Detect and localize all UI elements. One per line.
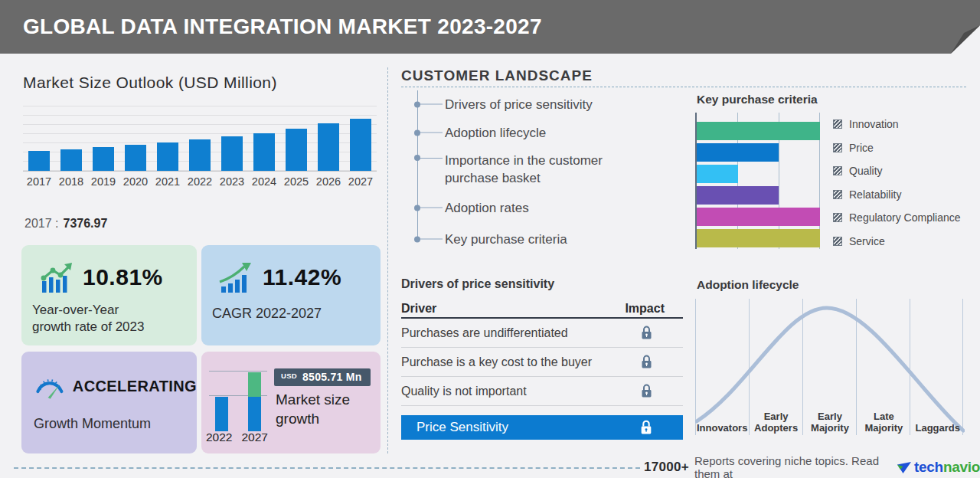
legend-item: Quality [833, 159, 961, 183]
lock-icon [640, 420, 652, 435]
market-size-bar-column [87, 106, 119, 171]
connector [417, 104, 443, 105]
price-sensitivity-title: Drivers of price sensitivity [401, 277, 554, 291]
page-curl-decoration [926, 0, 980, 54]
growth-arrow-icon [217, 260, 255, 294]
highlight-label: Price Sensitivity [416, 420, 508, 435]
bullet-dot [414, 129, 420, 136]
market-size-chart: 2017201820192020202120222023202420252026… [23, 106, 377, 188]
legend-label: Regulatory Compliance [849, 211, 961, 224]
market-size-bar [28, 151, 51, 171]
momentum-desc: Growth Momentum [21, 404, 197, 432]
market-size-bar [189, 139, 211, 171]
stage-label: Early Majority [803, 411, 857, 434]
hatched-square-marker [833, 143, 842, 152]
criteria-bar-innovation [697, 122, 820, 140]
yoy-growth-desc-line1: Year-over-Year [32, 302, 197, 319]
legend-item: Relatability [833, 183, 961, 207]
footer: 17000+ Reports covering niche topics. Re… [644, 458, 980, 476]
key-purchase-criteria-title: Key purchase criteria [697, 93, 818, 106]
price-sensitivity-highlight-row: Price Sensitivity [401, 415, 683, 440]
yoy-growth-desc-line2: growth rate of 2023 [32, 319, 197, 336]
legend-item: Regulatory Compliance [833, 206, 961, 230]
customer-landscape-title: CUSTOMER LANDSCAPE [401, 67, 593, 84]
stage-label: Laggards [911, 422, 965, 434]
market-size-bar-column [23, 106, 55, 171]
market-size-chart-title: Market Size Outlook (USD Million) [23, 74, 277, 92]
base-year-number: 7376.97 [63, 217, 107, 230]
x-tick-label: 2022 [184, 175, 216, 188]
growth-desc-line2: growth [276, 409, 350, 428]
key-purchase-criteria-chart [695, 113, 820, 249]
legend-label: Innovation [849, 118, 899, 130]
growth-amount-badge: USD 8505.71 Mn [274, 368, 371, 386]
x-tick-label: 2019 [87, 175, 119, 188]
x-tick-label: 2023 [216, 175, 248, 188]
list-item-label: Key purchase criteria [445, 231, 652, 248]
market-size-bar [253, 133, 276, 171]
criteria-bar-relatability [697, 186, 779, 205]
brand-text-navio: navio [943, 459, 980, 476]
market-size-bar [125, 145, 147, 171]
market-size-growth-card: 2022 2027 USD 8505.71 Mn Market size gro… [201, 352, 381, 453]
legend-item: Service [833, 230, 961, 254]
lock-icon [641, 355, 652, 369]
customer-landscape-list: Drivers of price sensitivity Adoption li… [417, 89, 685, 246]
footer-divider [14, 467, 640, 469]
growth-amount: 8505.71 Mn [302, 371, 362, 383]
market-size-chart-plot [23, 106, 377, 172]
technavio-logo: technavio [897, 459, 980, 476]
lifecycle-stage-labels: Innovators Early Adopters Early Majority… [695, 411, 965, 434]
footer-text: Reports covering niche topics. Read them… [694, 454, 889, 478]
market-size-bar [157, 142, 179, 171]
legend-item: Price [833, 136, 961, 160]
list-item-label: Adoption rates [445, 199, 652, 217]
x-tick-label: 2027 [345, 175, 377, 188]
legend-label: Quality [849, 165, 883, 177]
x-tick-label: 2026 [312, 175, 345, 188]
key-purchase-criteria-legend: Innovation Price Quality Relatability Re… [833, 113, 961, 253]
hatched-square-marker [833, 213, 842, 222]
mini-year-end: 2027 [241, 431, 267, 444]
hatched-square-marker [833, 120, 842, 129]
connector [417, 239, 443, 240]
bullet-dot [414, 101, 420, 107]
market-size-bar-column [119, 106, 152, 171]
lock-icon [641, 384, 652, 398]
driver-label: Purchase is a key cost to the buyer [401, 355, 592, 369]
table-row: Purchases are undifferentiated [401, 319, 683, 348]
technavio-logo-icon [897, 461, 912, 474]
speedometer-icon [34, 368, 66, 404]
cagr-card: 11.42% CAGR 2022-2027 [201, 245, 381, 345]
connector [417, 208, 443, 208]
market-size-bar [60, 149, 83, 171]
legend-label: Relatability [849, 188, 901, 201]
x-tick-label: 2025 [280, 175, 312, 188]
market-size-bar [286, 129, 308, 171]
list-item: Adoption rates [417, 199, 652, 217]
driver-label: Quality is not important [401, 385, 527, 398]
cagr-value: 11.42% [263, 264, 341, 290]
lock-icon [641, 326, 652, 340]
market-size-bar-column [152, 106, 184, 171]
infographic-page: GLOBAL DATA INTEGRATION MARKET 2023-2027… [0, 0, 980, 478]
kpi-cards: 10.81% Year-over-Year growth rate of 202… [21, 245, 381, 453]
market-size-bar-column [248, 106, 280, 171]
base-year-label: 2017 : [24, 217, 58, 230]
adoption-lifecycle-chart: Innovators Early Adopters Early Majority… [695, 299, 965, 435]
criteria-bar-quality [697, 165, 738, 183]
yoy-growth-value: 10.81% [83, 264, 163, 290]
report-count: 17000+ [644, 460, 689, 475]
x-tick-label: 2024 [248, 175, 280, 188]
list-item: Drivers of price sensitivity [417, 96, 652, 113]
list-item-label: Importance in the customer purchase bask… [445, 152, 632, 187]
market-size-bar-column [280, 106, 312, 171]
price-sensitivity-table: Driver Impact Purchases are undifferenti… [401, 300, 683, 440]
market-size-bar-column [184, 106, 216, 171]
bullet-dot [414, 205, 420, 211]
connector [417, 133, 443, 133]
legend-item: Innovation [833, 113, 961, 136]
bullet-dot [414, 236, 420, 242]
hatched-square-marker [833, 237, 842, 246]
adoption-lifecycle-title: Adoption lifecycle [697, 278, 799, 292]
